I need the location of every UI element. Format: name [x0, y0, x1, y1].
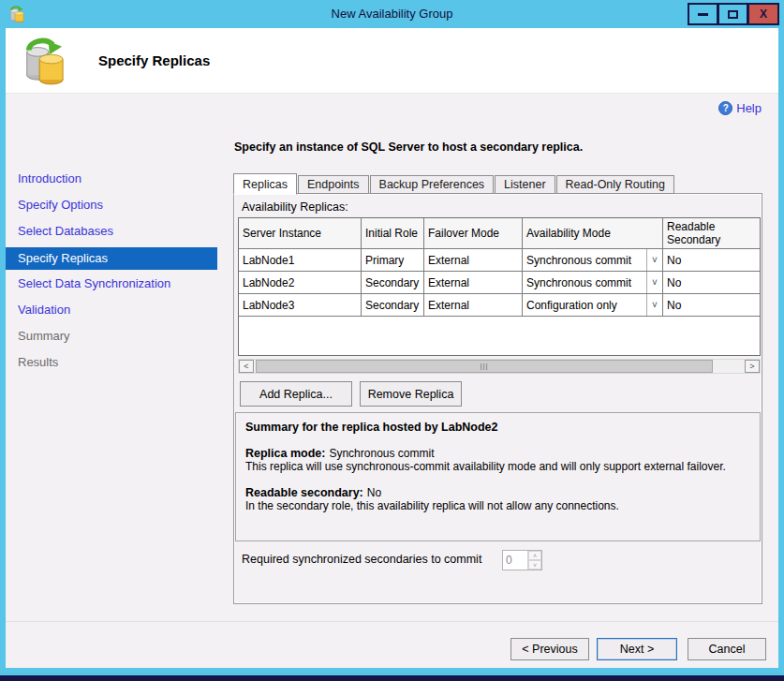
- help-link[interactable]: ? Help: [718, 101, 762, 115]
- scrollbar-grip-icon: |||: [480, 363, 488, 370]
- sidebar-item-validation[interactable]: Validation: [6, 298, 217, 324]
- replica-mode-line: Replica mode:Synchronous commit: [245, 447, 750, 460]
- cell-initial-role: Primary: [362, 249, 424, 272]
- cell-readable-secondary[interactable]: No: [663, 294, 761, 317]
- wizard-header: Specify Replicas: [6, 28, 778, 94]
- instruction-text: Specify an instance of SQL Server to hos…: [234, 141, 583, 154]
- scroll-left-icon: ˂: [244, 362, 248, 371]
- spin-up-icon: ˄: [533, 553, 537, 559]
- spin-down-button[interactable]: ˅: [528, 560, 541, 570]
- replica-summary-box: Summary for the replica hosted by LabNod…: [235, 412, 761, 541]
- readable-secondary-description: In the secondary role, this availability…: [245, 499, 750, 512]
- window-frame: New Availability Group X Specify Replica…: [0, 0, 784, 681]
- readable-secondary-label: Readable secondary:: [245, 486, 363, 499]
- availability-mode-dropdown[interactable]: Synchronous commit ˅: [523, 249, 663, 272]
- tab-backup-preferences[interactable]: Backup Preferences: [370, 175, 495, 194]
- tab-read-only-routing[interactable]: Read-Only Routing: [556, 175, 674, 194]
- column-header-availability-mode: Availability Mode: [523, 218, 663, 249]
- scroll-right-icon: ˃: [749, 362, 754, 371]
- cell-server-instance[interactable]: LabNode3: [239, 294, 362, 317]
- window-bottom-edge: [0, 675, 784, 681]
- next-button[interactable]: Next >: [597, 638, 677, 660]
- cell-server-instance[interactable]: LabNode1: [239, 249, 362, 272]
- scroll-left-button[interactable]: ˂: [239, 360, 254, 373]
- required-secondaries-input[interactable]: [503, 551, 527, 570]
- tab-listener[interactable]: Listener: [495, 175, 555, 194]
- cell-failover-mode: External: [424, 249, 523, 272]
- page-title: Specify Replicas: [98, 52, 210, 68]
- previous-button[interactable]: < Previous: [510, 638, 589, 660]
- cell-readable-secondary[interactable]: No: [663, 249, 761, 272]
- replicas-tab-panel: Availability Replicas: Server Instance I…: [233, 193, 762, 604]
- grid-header-row: Server Instance Initial Role Failover Mo…: [239, 218, 760, 249]
- dialog-body: Specify Replicas Introduction Specify Op…: [6, 28, 778, 668]
- cell-initial-role: Secondary: [362, 294, 424, 317]
- maximize-icon: [728, 10, 738, 19]
- availability-replicas-grid: Server Instance Initial Role Failover Mo…: [238, 217, 761, 356]
- chevron-down-icon[interactable]: ˅: [646, 249, 662, 271]
- spin-up-button[interactable]: ˄: [528, 551, 541, 560]
- cell-initial-role: Secondary: [362, 272, 424, 294]
- close-button[interactable]: X: [747, 3, 779, 25]
- column-header-readable-secondary: Readable Secondary: [663, 218, 761, 249]
- footer-separator: [6, 621, 778, 622]
- spin-down-icon: ˅: [533, 562, 537, 569]
- replica-mode-description: This replica will use synchronous-commit…: [245, 460, 750, 473]
- replica-database-icon: [22, 37, 65, 85]
- column-header-server-instance: Server Instance: [239, 218, 362, 249]
- grid-row-labnode3[interactable]: LabNode3 Secondary External Configuratio…: [239, 294, 760, 317]
- help-label: Help: [736, 101, 762, 115]
- scroll-right-button[interactable]: ˃: [745, 360, 760, 373]
- availability-mode-value: Synchronous commit: [523, 254, 646, 267]
- replica-mode-value: Synchronous commit: [329, 447, 434, 460]
- minimize-button[interactable]: [688, 3, 718, 25]
- wizard-steps-sidebar: Introduction Specify Options Select Data…: [6, 94, 217, 668]
- column-header-initial-role: Initial Role: [362, 218, 424, 249]
- sidebar-item-select-databases[interactable]: Select Databases: [6, 219, 217, 245]
- title-bar: New Availability Group X: [0, 0, 784, 28]
- availability-replicas-label: Availability Replicas:: [242, 200, 348, 214]
- sidebar-item-results: Results: [6, 350, 217, 377]
- column-header-failover-mode: Failover Mode: [424, 218, 523, 249]
- cell-failover-mode: External: [424, 294, 523, 317]
- minimize-icon: [698, 13, 708, 16]
- required-secondaries-label: Required synchronized secondaries to com…: [242, 553, 481, 566]
- cell-readable-secondary[interactable]: No: [663, 272, 761, 294]
- scrollbar-thumb[interactable]: |||: [256, 360, 713, 373]
- cell-failover-mode: External: [424, 272, 523, 294]
- replica-mode-label: Replica mode:: [245, 447, 325, 460]
- tab-strip: Replicas Endpoints Backup Preferences Li…: [233, 172, 675, 194]
- maximize-button[interactable]: [717, 3, 748, 25]
- readable-secondary-line: Readable secondary:No: [245, 486, 750, 499]
- cell-server-instance[interactable]: LabNode2: [239, 272, 362, 294]
- close-icon: X: [760, 7, 767, 21]
- availability-mode-dropdown[interactable]: Synchronous commit ˅: [523, 272, 663, 294]
- chevron-down-icon[interactable]: ˅: [646, 272, 662, 293]
- summary-title: Summary for the replica hosted by LabNod…: [245, 421, 750, 434]
- grid-row-labnode1[interactable]: LabNode1 Primary External Synchronous co…: [239, 249, 760, 272]
- tab-endpoints[interactable]: Endpoints: [298, 175, 369, 194]
- readable-secondary-value: No: [367, 486, 381, 499]
- availability-mode-value: Configuration only: [523, 299, 646, 312]
- remove-replica-button[interactable]: Remove Replica: [360, 381, 462, 407]
- required-secondaries-spinner: ˄ ˅: [502, 550, 542, 570]
- sidebar-item-specify-options[interactable]: Specify Options: [6, 193, 217, 219]
- sidebar-item-introduction[interactable]: Introduction: [6, 167, 217, 193]
- sidebar-item-summary: Summary: [6, 324, 217, 350]
- chevron-down-icon[interactable]: ˅: [646, 294, 662, 316]
- main-content: ? Help Specify an instance of SQL Server…: [217, 94, 778, 668]
- horizontal-scrollbar[interactable]: ˂ ||| ˃: [238, 359, 761, 374]
- tab-replicas[interactable]: Replicas: [233, 173, 297, 195]
- sidebar-item-specify-replicas[interactable]: Specify Replicas: [6, 247, 217, 270]
- sidebar-item-select-data-synchronization[interactable]: Select Data Synchronization: [6, 272, 217, 298]
- window-title: New Availability Group: [0, 7, 784, 21]
- availability-mode-dropdown[interactable]: Configuration only ˅: [523, 294, 663, 317]
- help-icon: ?: [718, 101, 732, 115]
- cancel-button[interactable]: Cancel: [688, 638, 766, 660]
- availability-mode-value: Synchronous commit: [523, 276, 646, 289]
- spinner-buttons: ˄ ˅: [527, 551, 541, 570]
- grid-row-labnode2[interactable]: LabNode2 Secondary External Synchronous …: [239, 272, 760, 294]
- scrollbar-track[interactable]: |||: [254, 360, 745, 373]
- add-replica-button[interactable]: Add Replica...: [240, 381, 352, 407]
